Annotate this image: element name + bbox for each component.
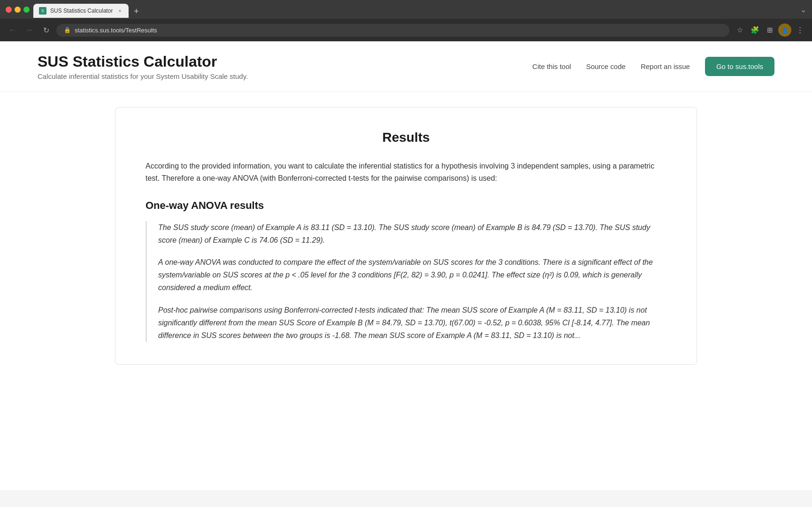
results-heading: Results	[146, 130, 666, 145]
results-blockquote: The SUS study score (mean) of Example A …	[146, 221, 666, 342]
tab-close-button[interactable]: ×	[116, 8, 123, 14]
browser-toolbar: ← → ↻ 🔒 statistics.sus.tools/TestResults…	[0, 19, 812, 41]
site-nav: Cite this tool Source code Report an iss…	[532, 57, 774, 76]
site-logo: SUS Statistics Calculator Calculate infe…	[38, 53, 248, 80]
anova-section-heading: One-way ANOVA results	[146, 200, 666, 212]
address-bar[interactable]: 🔒 statistics.sus.tools/TestResults	[56, 24, 729, 37]
new-tab-button[interactable]: +	[130, 5, 143, 18]
site-title: SUS Statistics Calculator	[38, 53, 248, 70]
extensions-button[interactable]: ⊞	[763, 23, 776, 37]
back-button[interactable]: ←	[6, 23, 19, 37]
active-tab[interactable]: S SUS Statistics Calculator ×	[33, 4, 129, 18]
source-code-link[interactable]: Source code	[586, 62, 626, 70]
back-icon: ←	[8, 26, 16, 34]
extension-puzzle-icon[interactable]: 🧩	[748, 23, 761, 37]
avatar-icon: 👤	[781, 27, 788, 33]
page-content: SUS Statistics Calculator Calculate infe…	[0, 41, 812, 490]
tab-bar: S SUS Statistics Calculator × +	[33, 1, 784, 18]
reload-button[interactable]: ↻	[39, 23, 53, 37]
site-subtitle: Calculate inferential statistics for you…	[38, 72, 248, 80]
address-text: statistics.sus.tools/TestResults	[75, 27, 157, 34]
more-options-button[interactable]: ⋮	[793, 23, 806, 37]
lock-icon: 🔒	[64, 27, 71, 33]
blockquote-p2: A one-way ANOVA was conducted to compare…	[158, 256, 666, 294]
traffic-lights	[6, 7, 30, 13]
traffic-light-yellow[interactable]	[15, 7, 21, 13]
cite-link[interactable]: Cite this tool	[532, 62, 571, 70]
forward-button[interactable]: →	[23, 23, 36, 37]
browser-chrome: S SUS Statistics Calculator × + ⌄ ← → ↻ …	[0, 0, 812, 41]
traffic-light-green[interactable]	[23, 7, 30, 13]
reload-icon: ↻	[43, 26, 49, 35]
tab-title: SUS Statistics Calculator	[50, 8, 113, 14]
main-content: Results According to the provided inform…	[77, 107, 735, 365]
report-issue-link[interactable]: Report an issue	[641, 62, 690, 70]
go-to-sus-button[interactable]: Go to sus.tools	[705, 57, 774, 76]
forward-icon: →	[25, 26, 33, 34]
profile-avatar[interactable]: 👤	[778, 23, 791, 37]
intro-paragraph: According to the provided information, y…	[146, 160, 666, 184]
browser-titlebar: S SUS Statistics Calculator × + ⌄	[0, 0, 812, 19]
traffic-light-red[interactable]	[6, 7, 12, 13]
overflow-icon[interactable]: ⌄	[800, 5, 806, 14]
blockquote-p1: The SUS study score (mean) of Example A …	[158, 221, 666, 246]
bookmark-button[interactable]: ☆	[733, 23, 746, 37]
tab-favicon: S	[39, 7, 46, 15]
blockquote-p3: Post-hoc pairwise comparisons using Bonf…	[158, 304, 666, 342]
site-header: SUS Statistics Calculator Calculate infe…	[0, 41, 812, 92]
toolbar-actions: ☆ 🧩 ⊞ 👤 ⋮	[733, 23, 806, 37]
results-card: Results According to the provided inform…	[115, 107, 697, 365]
